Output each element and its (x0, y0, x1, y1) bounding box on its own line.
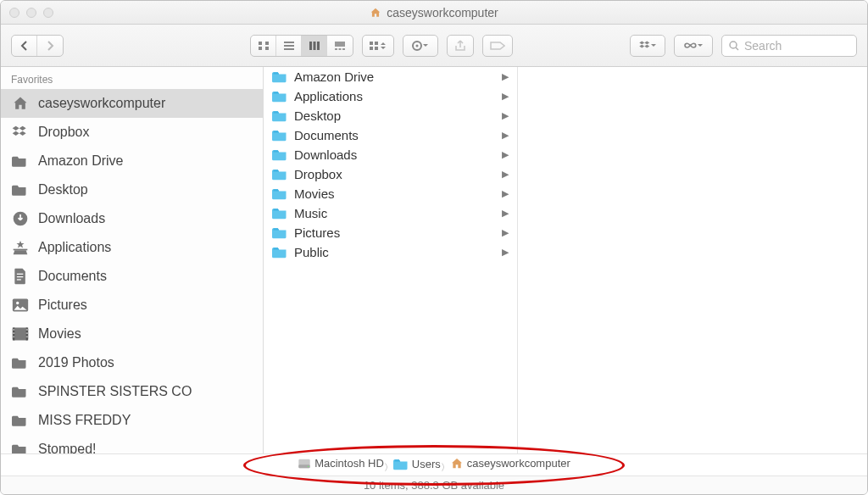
infinity-button[interactable] (674, 35, 713, 57)
svg-rect-32 (13, 329, 15, 331)
column-item[interactable]: Pictures▶ (264, 223, 517, 242)
sidebar-item-label: Pictures (38, 298, 87, 313)
status-text: 10 items, 388.3 GB available (364, 479, 504, 492)
home-icon (11, 94, 30, 113)
folder-blue-icon (272, 90, 287, 103)
titlebar: caseysworkcomputer (1, 1, 867, 25)
sidebar-item-label: MISS FREDDY (38, 413, 131, 428)
column-item-label: Documents (294, 128, 359, 142)
column-item[interactable]: Dropbox▶ (264, 164, 517, 184)
column-item[interactable]: Movies▶ (264, 184, 517, 203)
breadcrumb[interactable]: Macintosh HD (298, 457, 384, 470)
view-gallery-button[interactable] (327, 36, 353, 56)
column-item[interactable]: Documents▶ (264, 125, 517, 145)
column-item[interactable]: Amazon Drive▶ (264, 67, 517, 86)
folder-icon (11, 181, 30, 199)
sidebar-item[interactable]: Downloads (1, 204, 263, 233)
sidebar-item-label: Downloads (38, 211, 105, 226)
action-button[interactable] (403, 35, 438, 57)
svg-rect-34 (13, 336, 15, 338)
sidebar-item-label: Applications (38, 240, 111, 255)
column-item-label: Dropbox (294, 167, 342, 181)
sidebar-item[interactable]: SPINSTER SISTERS CO (1, 377, 263, 406)
sidebar-item[interactable]: Applications (1, 233, 263, 262)
column-item[interactable]: Public▶ (264, 242, 517, 262)
folder-blue-icon (272, 148, 287, 162)
breadcrumb-label: Macintosh HD (314, 457, 384, 470)
sidebar-item[interactable]: Desktop (1, 175, 263, 204)
sidebar-item-label: Dropbox (38, 125, 89, 140)
breadcrumb-label: Users (412, 458, 441, 470)
back-button[interactable] (12, 36, 37, 56)
sidebar-item-label: Documents (38, 269, 107, 284)
forward-button[interactable] (37, 36, 63, 56)
chevron-right-icon: ▶ (502, 247, 509, 258)
view-list-button[interactable] (276, 36, 302, 56)
finder-window: caseysworkcomputer Search Favorites cas (0, 0, 868, 495)
breadcrumb[interactable]: Users (393, 458, 441, 470)
column-item-label: Pictures (294, 225, 340, 240)
svg-rect-16 (370, 47, 373, 50)
main: Favorites caseysworkcomputerDropboxAmazo… (1, 67, 867, 453)
chevron-right-icon: ▶ (502, 110, 509, 121)
svg-point-19 (416, 44, 419, 47)
sidebar-item[interactable]: caseysworkcomputer (1, 89, 263, 118)
svg-rect-5 (284, 45, 294, 47)
svg-rect-24 (17, 274, 23, 275)
column-item[interactable]: Music▶ (264, 203, 517, 223)
svg-rect-11 (335, 48, 337, 50)
svg-rect-33 (13, 332, 15, 334)
sidebar: Favorites caseysworkcomputerDropboxAmazo… (1, 67, 264, 453)
sidebar-item[interactable]: Dropbox (1, 118, 263, 147)
view-icons-button[interactable] (251, 36, 276, 56)
folder-blue-icon (272, 246, 287, 259)
chevron-right-icon: ▶ (502, 169, 509, 180)
window-title-text: caseysworkcomputer (387, 6, 498, 19)
svg-rect-35 (26, 329, 28, 331)
sidebar-item-label: caseysworkcomputer (38, 96, 165, 111)
dropbox-toolbar-button[interactable] (630, 35, 665, 57)
arrange-button[interactable] (362, 35, 394, 57)
column-item-label: Applications (294, 89, 363, 103)
statusbar: 10 items, 388.3 GB available (1, 476, 867, 494)
dropbox-icon (11, 123, 30, 142)
close-window-button[interactable] (9, 8, 19, 18)
share-button[interactable] (447, 35, 474, 57)
sidebar-item[interactable]: Documents (1, 262, 263, 291)
folder-blue-icon (272, 226, 287, 240)
breadcrumb[interactable]: caseysworkcomputer (450, 457, 570, 470)
search-icon (729, 41, 739, 51)
chevron-right-icon: ▶ (502, 188, 509, 199)
sidebar-item[interactable]: 2019 Photos (1, 348, 263, 377)
folder-icon (11, 152, 30, 170)
column-item[interactable]: Downloads▶ (264, 145, 517, 164)
search-box[interactable]: Search (721, 35, 857, 57)
view-mode (250, 35, 353, 57)
svg-rect-1 (265, 42, 269, 45)
folder-blue-icon (272, 70, 287, 84)
zoom-window-button[interactable] (43, 8, 53, 18)
column-item-label: Amazon Drive (294, 70, 374, 84)
home-color-icon (450, 457, 464, 470)
sidebar-item[interactable]: MISS FREDDY (1, 406, 263, 435)
folder-blue-icon (272, 207, 287, 220)
view-columns-button[interactable] (302, 36, 327, 56)
column-item[interactable]: Applications▶ (264, 86, 517, 106)
svg-point-40 (308, 465, 309, 466)
sidebar-item-label: Movies (38, 326, 81, 342)
sidebar-item[interactable]: Stomped! (1, 435, 263, 453)
column-item[interactable]: Desktop▶ (264, 106, 517, 125)
disk-icon (298, 457, 311, 470)
svg-rect-17 (375, 47, 378, 50)
sidebar-item[interactable]: Movies (1, 320, 263, 348)
sidebar-item[interactable]: Pictures (1, 291, 263, 320)
sidebar-item[interactable]: Amazon Drive (1, 147, 263, 175)
chevron-right-icon: ▶ (502, 130, 509, 141)
folder-icon (11, 353, 30, 372)
applications-icon (11, 238, 30, 257)
tags-button[interactable] (482, 35, 513, 57)
svg-rect-9 (317, 42, 320, 50)
window-title: caseysworkcomputer (370, 6, 498, 19)
breadcrumb-separator: 〉 (441, 462, 450, 472)
minimize-window-button[interactable] (26, 8, 36, 18)
